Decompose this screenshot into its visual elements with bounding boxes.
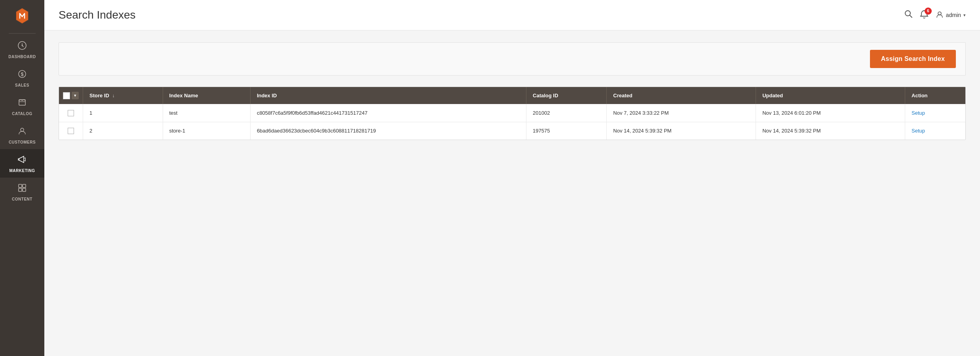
setup-link-1[interactable]: Setup	[912, 128, 925, 134]
svg-rect-8	[19, 188, 22, 191]
sidebar-divider	[9, 33, 35, 34]
sidebar: DASHBOARD $ SALES CATALOG CUSTOME	[0, 0, 44, 356]
search-icon[interactable]	[904, 9, 913, 21]
table-row: 1 test c8058f7c6a5f9f0fb6d53ffad4621c441…	[59, 104, 965, 122]
admin-user[interactable]: admin ▾	[936, 10, 966, 20]
page-header: Search Indexes 6	[44, 0, 980, 30]
marketing-label: MARKETING	[9, 169, 35, 173]
customers-icon	[17, 126, 27, 138]
svg-point-5	[21, 128, 24, 131]
row-index-name: store-1	[163, 122, 250, 140]
content-label: CONTENT	[12, 197, 32, 201]
search-indexes-table: ▾ Store ID ↓ Index Name Index ID	[59, 87, 966, 140]
notification-bell[interactable]: 6	[920, 10, 929, 21]
header-actions: 6 admin ▾	[904, 9, 966, 21]
row-checkbox-cell	[59, 122, 83, 140]
row-action: Setup	[905, 104, 965, 122]
row-catalog-id: 197575	[526, 122, 607, 140]
svg-rect-7	[23, 184, 26, 187]
row-action: Setup	[905, 122, 965, 140]
assign-search-index-button[interactable]: Assign Search Index	[870, 50, 956, 68]
row-catalog-id: 201002	[526, 104, 607, 122]
row-index-id: 6bad6daed36623dcbec604c9b3c6088117182817…	[250, 122, 526, 140]
content-icon	[17, 183, 27, 195]
admin-name: admin	[946, 12, 961, 18]
row-updated: Nov 13, 2024 6:01:20 PM	[756, 104, 905, 122]
table-header-catalog-id: Catalog ID	[526, 87, 607, 104]
table-header-index-id: Index ID	[250, 87, 526, 104]
sidebar-item-catalog[interactable]: CATALOG	[0, 92, 44, 121]
main-content: Assign Search Index ▾ Store ID	[44, 30, 980, 356]
table-header-row: ▾ Store ID ↓ Index Name Index ID	[59, 87, 965, 104]
setup-link-0[interactable]: Setup	[912, 110, 925, 116]
admin-chevron-icon: ▾	[963, 13, 966, 18]
select-all-checkbox[interactable]	[63, 92, 70, 99]
svg-rect-6	[19, 184, 22, 187]
customers-label: CUSTOMERS	[9, 140, 36, 144]
row-store-id: 2	[83, 122, 163, 140]
table-header-created: Created	[607, 87, 756, 104]
sidebar-item-sales[interactable]: $ SALES	[0, 64, 44, 92]
sales-icon: $	[17, 69, 27, 81]
checkbox-dropdown-button[interactable]: ▾	[72, 92, 79, 99]
row-store-id: 1	[83, 104, 163, 122]
notification-badge: 6	[925, 8, 932, 15]
row-index-name: test	[163, 104, 250, 122]
svg-text:$: $	[21, 72, 24, 77]
sidebar-item-marketing[interactable]: MARKETING	[0, 149, 44, 178]
sidebar-item-customers[interactable]: CUSTOMERS	[0, 121, 44, 149]
main-area: Search Indexes 6	[44, 0, 980, 356]
dashboard-label: DASHBOARD	[8, 55, 36, 59]
row-checkbox-1[interactable]	[68, 128, 74, 134]
table-header-checkbox: ▾	[59, 87, 83, 104]
table-row: 2 store-1 6bad6daed36623dcbec604c9b3c608…	[59, 122, 965, 140]
row-checkbox-cell	[59, 104, 83, 122]
table-header-updated: Updated	[756, 87, 905, 104]
marketing-icon	[17, 155, 27, 167]
row-updated: Nov 14, 2024 5:39:32 PM	[756, 122, 905, 140]
sort-arrow-icon: ↓	[112, 93, 114, 98]
sidebar-item-content[interactable]: CONTENT	[0, 178, 44, 206]
sidebar-logo	[0, 0, 44, 32]
page-title: Search Indexes	[59, 9, 136, 21]
row-created: Nov 7, 2024 3:33:22 PM	[607, 104, 756, 122]
svg-point-1	[22, 45, 23, 46]
action-bar: Assign Search Index	[59, 42, 966, 76]
dashboard-icon	[17, 41, 27, 53]
row-index-id: c8058f7c6a5f9f0fb6d53ffad4621c4417315172…	[250, 104, 526, 122]
catalog-label: CATALOG	[12, 112, 32, 116]
sidebar-item-dashboard[interactable]: DASHBOARD	[0, 35, 44, 64]
row-created: Nov 14, 2024 5:39:32 PM	[607, 122, 756, 140]
catalog-icon	[17, 98, 27, 110]
sales-label: SALES	[15, 83, 29, 87]
svg-rect-9	[23, 188, 26, 191]
user-icon	[936, 10, 944, 20]
table-header-store-id[interactable]: Store ID ↓	[83, 87, 163, 104]
table-header-index-name: Index Name	[163, 87, 250, 104]
table-header-action: Action	[905, 87, 965, 104]
svg-line-11	[910, 15, 912, 18]
row-checkbox-0[interactable]	[68, 110, 74, 116]
